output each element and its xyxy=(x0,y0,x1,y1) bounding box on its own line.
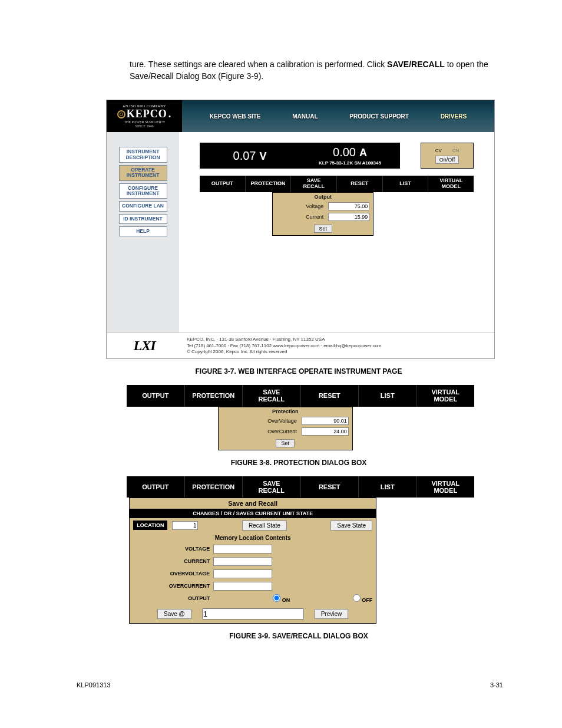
overcurrent-input[interactable] xyxy=(302,427,349,436)
current-value: 0.00 xyxy=(333,146,356,159)
doc-id: KLP091313 xyxy=(77,681,111,689)
page-number: 3-31 xyxy=(490,681,503,689)
mem-voltage-label: VOLTAGE xyxy=(133,546,210,552)
app-banner: AN ISO 9001 COMPANY KEPCO. THE POWER SUP… xyxy=(107,100,494,132)
tab-list[interactable]: LIST xyxy=(383,176,429,192)
sidebar-configure-instrument[interactable]: CONFIGURE INSTRUMENT xyxy=(119,183,167,199)
footer-line1: KEPCO, INC. · 131-38 Sanford Avenue · Fl… xyxy=(187,337,490,342)
logo-ring-icon xyxy=(117,110,125,118)
nav-product-support[interactable]: PRODUCT SUPPORT xyxy=(349,113,409,120)
output-off-radio-input[interactable] xyxy=(353,594,361,602)
protection-title: Protection xyxy=(219,407,352,416)
save-recall-panel: OUTPUT PROTECTION SAVE RECALL RESET LIST… xyxy=(127,476,474,624)
body-paragraph: ture. These settings are cleared when a … xyxy=(77,59,521,82)
main-panel: 0.07 V 0.00 A KLP 75-33-1.2K SN A100345 … xyxy=(179,132,494,332)
output-voltage-input[interactable] xyxy=(328,202,369,210)
sr-tab-virtual-model[interactable]: VIRTUAL MODEL xyxy=(417,476,475,498)
footer-address: KEPCO, INC. · 131-38 Sanford Avenue · Fl… xyxy=(182,333,494,358)
sidebar: INSTRUMENT DESCRIPTION OPERATE INSTRUMEN… xyxy=(107,132,179,332)
save-state-button[interactable]: Save State xyxy=(330,521,372,531)
logo-sub1: THE POWER SUPPLIER™ xyxy=(124,120,164,124)
overvoltage-label: OverVoltage xyxy=(222,418,299,424)
figure-3-9-caption: FIGURE 3-9. SAVE/RECALL DIALOG BOX xyxy=(77,632,521,640)
mem-overcurrent-label: OVERCURRENT xyxy=(133,583,210,589)
page-footer: KLP091313 3-31 xyxy=(77,681,521,689)
mem-overcurrent-input[interactable] xyxy=(213,582,272,591)
p-tab-virtual-model[interactable]: VIRTUAL MODEL xyxy=(417,385,475,406)
memory-contents-title: Memory Location Contents xyxy=(130,533,376,543)
status-box: CVCN On/Off xyxy=(421,143,474,169)
location-input[interactable] xyxy=(172,521,198,530)
nav-drivers[interactable]: DRIVERS xyxy=(441,113,467,120)
p-tab-save-recall[interactable]: SAVE RECALL xyxy=(243,385,301,406)
tab-protection[interactable]: PROTECTION xyxy=(246,176,292,192)
figure-3-8-caption: FIGURE 3-8. PROTECTION DIALOG BOX xyxy=(77,459,521,467)
save-at-input[interactable] xyxy=(202,608,304,620)
save-at-button[interactable]: Save @ xyxy=(157,609,191,619)
logo-sub2: SINCE 1946 xyxy=(135,124,154,129)
sr-tab-save-recall[interactable]: SAVE RECALL xyxy=(243,476,301,498)
tab-save-recall[interactable]: SAVE RECALL xyxy=(291,176,337,192)
save-recall-dialog: Save and Recall CHANGES / OR / SAVES CUR… xyxy=(129,498,376,624)
footer-line2: Tel (718) 461-7000 · Fax (718) 767-1102 … xyxy=(187,343,490,349)
para-bold: SAVE/RECALL xyxy=(387,60,445,69)
sr-title: Save and Recall xyxy=(130,498,376,509)
voltage-value: 0.07 xyxy=(233,149,256,163)
sr-tab-output[interactable]: OUTPUT xyxy=(127,476,185,498)
output-on-radio-input[interactable] xyxy=(273,594,280,602)
output-dialog: Output Voltage Current Set xyxy=(272,192,373,236)
sr-tab-reset[interactable]: RESET xyxy=(301,476,359,498)
output-set-button[interactable]: Set xyxy=(314,225,333,233)
current-unit: A xyxy=(359,147,367,159)
nav-kepco-site[interactable]: KEPCO WEB SITE xyxy=(210,113,261,120)
onoff-button[interactable]: On/Off xyxy=(435,156,459,164)
sidebar-id-instrument[interactable]: ID INSTRUMENT xyxy=(119,214,167,224)
output-current-input[interactable] xyxy=(328,213,369,221)
voltage-display: 0.07 V xyxy=(200,143,300,169)
footer-line3: © Copyright 2006, Kepco Inc. All rights … xyxy=(187,349,490,355)
mem-overvoltage-input[interactable] xyxy=(213,569,272,578)
output-current-label: Current xyxy=(276,214,326,220)
preview-button[interactable]: Preview xyxy=(315,609,349,619)
mem-voltage-input[interactable] xyxy=(213,545,272,554)
mode-cn: CN xyxy=(452,148,459,153)
sr-subtitle: CHANGES / OR / SAVES CURRENT UNIT STATE xyxy=(130,509,376,518)
location-label: LOCATION xyxy=(133,521,167,530)
p-tab-list[interactable]: LIST xyxy=(359,385,417,406)
sidebar-configure-lan[interactable]: CONFIGURE LAN xyxy=(119,201,167,211)
protection-panel: OUTPUT PROTECTION SAVE RECALL RESET LIST… xyxy=(127,385,474,450)
current-display: 0.00 A KLP 75-33-1.2K SN A100345 xyxy=(300,143,400,169)
para-pre: ture. These settings are cleared when a … xyxy=(130,60,387,69)
sidebar-help[interactable]: HELP xyxy=(119,226,167,236)
logo-brand: KEPCO. xyxy=(117,108,172,120)
sidebar-operate-instrument[interactable]: OPERATE INSTRUMENT xyxy=(119,165,167,181)
p-tab-output[interactable]: OUTPUT xyxy=(127,385,185,406)
nav-manual[interactable]: MANUAL xyxy=(292,113,318,120)
sidebar-instrument-description[interactable]: INSTRUMENT DESCRIPTION xyxy=(119,147,167,163)
mem-output-label: OUTPUT xyxy=(133,595,210,601)
mem-overvoltage-label: OVERVOLTAGE xyxy=(133,571,210,577)
output-dialog-title: Output xyxy=(273,193,373,201)
recall-state-button[interactable]: Recall State xyxy=(242,521,287,531)
sr-tab-protection[interactable]: PROTECTION xyxy=(185,476,243,498)
output-off-radio[interactable]: OFF xyxy=(296,594,372,603)
output-voltage-label: Voltage xyxy=(276,203,326,209)
output-on-radio[interactable]: ON xyxy=(213,594,290,603)
serial-number: KLP 75-33-1.2K SN A100345 xyxy=(319,160,381,166)
voltage-unit: V xyxy=(259,150,266,163)
protection-dialog: Protection OverVoltage OverCurrent Set xyxy=(218,407,353,450)
p-tab-protection[interactable]: PROTECTION xyxy=(185,385,243,406)
instrument-tabbar: OUTPUT PROTECTION SAVE RECALL RESET LIST… xyxy=(200,176,474,192)
tab-virtual-model[interactable]: VIRTUAL MODEL xyxy=(428,176,474,192)
tab-output[interactable]: OUTPUT xyxy=(200,176,246,192)
p-tab-reset[interactable]: RESET xyxy=(301,385,359,406)
protection-set-button[interactable]: Set xyxy=(276,439,295,447)
logo-brand-text: KEPCO xyxy=(127,108,167,120)
mem-current-input[interactable] xyxy=(213,557,272,566)
sr-tab-list[interactable]: LIST xyxy=(359,476,417,498)
tab-reset[interactable]: RESET xyxy=(337,176,383,192)
lxi-logo: LXI xyxy=(107,333,182,358)
top-nav: KEPCO WEB SITE MANUAL PRODUCT SUPPORT DR… xyxy=(182,100,494,132)
overvoltage-input[interactable] xyxy=(302,417,349,425)
app-footer: LXI KEPCO, INC. · 131-38 Sanford Avenue … xyxy=(107,332,494,358)
